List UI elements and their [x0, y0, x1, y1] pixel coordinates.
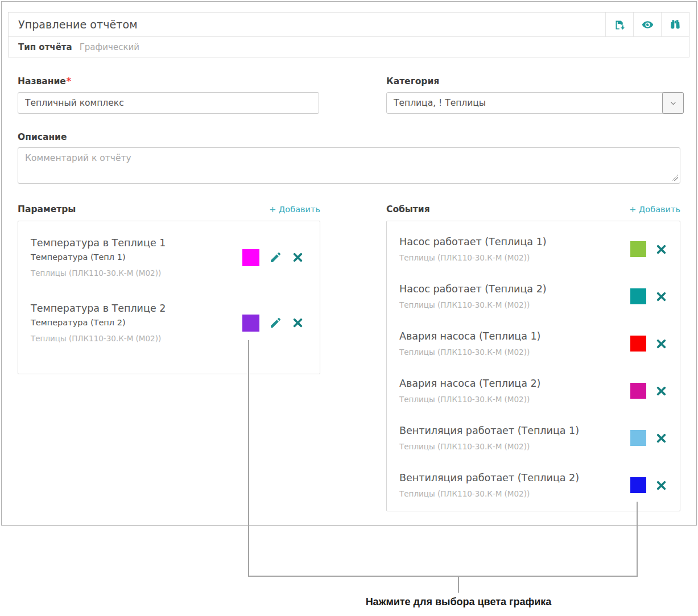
name-field-group: Название* — [18, 76, 319, 114]
events-list: Насос работает (Теплица 1) Теплицы (ПЛК1… — [386, 221, 680, 511]
annotation-line-right — [637, 502, 638, 577]
delete-event-button[interactable] — [655, 432, 667, 444]
parameters-list: Температура в Теплице 1 Температура (Теп… — [18, 221, 320, 374]
event-text: Насос работает (Теплица 1) Теплицы (ПЛК1… — [399, 236, 547, 262]
category-select[interactable]: Теплица, ! Теплицы — [386, 92, 684, 114]
event-text: Вентиляция работает (Теплица 2) Теплицы … — [399, 472, 579, 498]
annotation-line-horizontal — [248, 576, 638, 577]
preview-button[interactable] — [633, 13, 661, 36]
event-controls — [630, 336, 667, 352]
page-title: Управление отчётом — [18, 18, 138, 31]
event-source: Теплицы (ПЛК110-30.К-М (М02)) — [399, 253, 547, 262]
category-dropdown-button[interactable] — [662, 92, 684, 114]
header: Управление отчётом — [8, 12, 689, 57]
header-actions — [605, 13, 689, 36]
category-value: Теплица, ! Теплицы — [387, 98, 486, 108]
name-label: Название — [18, 76, 66, 86]
parameters-section: Параметры + Добавить Температура в Тепли… — [18, 204, 320, 374]
parameters-title: Параметры — [18, 204, 76, 214]
delete-parameter-button[interactable] — [292, 317, 304, 329]
x-icon — [655, 479, 667, 491]
pencil-icon — [269, 251, 282, 264]
event-controls — [630, 383, 667, 399]
description-textarea[interactable] — [18, 147, 680, 184]
parameter-subtitle: Температура (Тепл 1) — [31, 253, 166, 262]
edit-parameter-button[interactable] — [269, 316, 282, 329]
header-title-row: Управление отчётом — [9, 13, 689, 37]
color-swatch[interactable] — [630, 430, 646, 446]
parameter-source: Теплицы (ПЛК110-30.К-М (М02)) — [31, 334, 166, 343]
delete-event-button[interactable] — [655, 338, 667, 350]
annotation-text: Нажмите для выбора цвета графика — [248, 596, 669, 608]
x-icon — [655, 291, 667, 303]
required-asterisk: * — [67, 76, 71, 86]
color-swatch[interactable] — [630, 477, 646, 493]
color-swatch[interactable] — [242, 315, 259, 332]
eye-icon — [641, 18, 654, 31]
x-icon — [292, 317, 304, 329]
event-source: Теплицы (ПЛК110-30.К-М (М02)) — [399, 442, 579, 451]
event-controls — [630, 241, 667, 257]
color-swatch[interactable] — [630, 288, 646, 304]
event-source: Теплицы (ПЛК110-30.К-М (М02)) — [399, 395, 540, 404]
parameter-item: Температура в Теплице 1 Температура (Теп… — [18, 237, 320, 278]
event-controls — [630, 430, 667, 446]
delete-event-button[interactable] — [655, 243, 667, 255]
delete-event-button[interactable] — [655, 385, 667, 397]
event-text: Вентиляция работает (Теплица 1) Теплицы … — [399, 425, 579, 451]
color-swatch[interactable] — [242, 249, 259, 266]
event-item: Насос работает (Теплица 1) Теплицы (ПЛК1… — [387, 236, 680, 262]
parameter-text: Температура в Теплице 2 Температура (Теп… — [31, 303, 166, 343]
parameter-text: Температура в Теплице 1 Температура (Теп… — [31, 237, 166, 278]
event-item: Вентиляция работает (Теплица 1) Теплицы … — [387, 425, 680, 451]
parameter-name: Температура в Теплице 1 — [31, 237, 166, 249]
events-title: События — [386, 204, 430, 214]
delete-parameter-button[interactable] — [292, 251, 304, 263]
parameter-controls — [242, 315, 304, 332]
chevron-down-icon — [668, 98, 678, 108]
search-button[interactable] — [661, 13, 689, 36]
parameter-source: Теплицы (ПЛК110-30.К-М (М02)) — [31, 268, 166, 278]
description-label: Описание — [18, 132, 67, 142]
description-field-group: Описание — [18, 131, 680, 184]
color-swatch[interactable] — [630, 383, 646, 399]
binoculars-icon — [669, 18, 682, 31]
event-name: Вентиляция работает (Теплица 1) — [399, 425, 579, 436]
delete-event-button[interactable] — [655, 479, 667, 491]
event-text: Авария насоса (Теплица 2) Теплицы (ПЛК11… — [399, 378, 540, 404]
x-icon — [292, 251, 304, 263]
parameter-name: Температура в Теплице 2 — [31, 303, 166, 314]
color-swatch[interactable] — [630, 336, 646, 352]
delete-event-button[interactable] — [655, 291, 667, 303]
event-source: Теплицы (ПЛК110-30.К-М (М02)) — [399, 348, 540, 357]
annotation-line-tick — [458, 576, 459, 593]
parameter-subtitle: Температура (Тепл 2) — [31, 318, 166, 327]
event-text: Авария насоса (Теплица 1) Теплицы (ПЛК11… — [399, 330, 540, 357]
x-icon — [655, 432, 667, 444]
add-event-link[interactable]: + Добавить — [629, 205, 680, 214]
name-input[interactable] — [18, 92, 319, 114]
event-text: Насос работает (Теплица 2) Теплицы (ПЛК1… — [399, 283, 547, 309]
event-controls — [630, 288, 667, 304]
x-icon — [655, 243, 667, 255]
color-swatch[interactable] — [630, 241, 646, 257]
report-type-label: Тип отчёта — [18, 42, 72, 52]
save-icon — [614, 19, 626, 31]
event-item: Авария насоса (Теплица 2) Теплицы (ПЛК11… — [387, 378, 680, 404]
x-icon — [655, 338, 667, 350]
event-name: Насос работает (Теплица 1) — [399, 236, 547, 247]
save-button[interactable] — [605, 13, 633, 36]
event-item: Насос работает (Теплица 2) Теплицы (ПЛК1… — [387, 283, 680, 309]
event-source: Теплицы (ПЛК110-30.К-М (М02)) — [399, 300, 547, 309]
x-icon — [655, 385, 667, 397]
report-type-row: Тип отчёта Графический — [9, 37, 689, 57]
event-item: Вентиляция работает (Теплица 2) Теплицы … — [387, 472, 680, 498]
event-name: Авария насоса (Теплица 1) — [399, 330, 540, 342]
add-parameter-link[interactable]: + Добавить — [269, 205, 320, 214]
event-name: Авария насоса (Теплица 2) — [399, 378, 540, 389]
event-controls — [630, 477, 667, 493]
event-name: Вентиляция работает (Теплица 2) — [399, 472, 579, 483]
edit-parameter-button[interactable] — [269, 251, 282, 264]
report-type-value: Графический — [80, 42, 139, 52]
event-source: Теплицы (ПЛК110-30.К-М (М02)) — [399, 489, 579, 498]
